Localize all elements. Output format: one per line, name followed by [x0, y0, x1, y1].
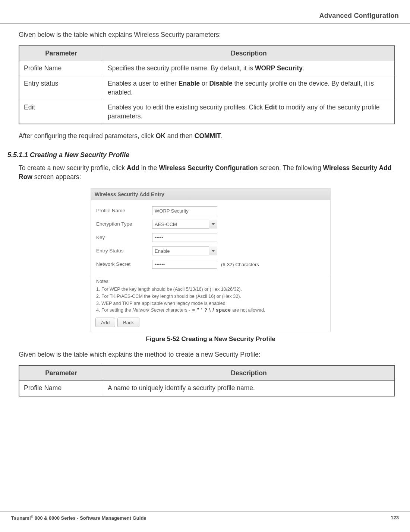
- profile-name-label: Profile Name: [96, 207, 152, 214]
- note-line: 1. For WEP the key length should be (Asc…: [96, 286, 325, 293]
- table1-row2-param: Edit: [19, 100, 103, 124]
- page-header: Advanced Configuration: [0, 12, 410, 23]
- add-button[interactable]: Add: [95, 318, 115, 327]
- note-line: 3. WEP and TKIP are applicable when lega…: [96, 300, 325, 307]
- notes-label: Notes:: [96, 278, 325, 285]
- footer-left: Tsunami® 800 & 8000 Series - Software Ma…: [11, 515, 146, 521]
- intro-paragraph-2: Given below is the table which explains …: [19, 350, 403, 359]
- table2-row0-desc: A name to uniquely identify a security p…: [103, 381, 395, 396]
- table-row: Profile Name Specifies the security prof…: [19, 61, 395, 76]
- profile-name-input[interactable]: [152, 206, 217, 215]
- table1-row2-desc: Enables you to edit the existing securit…: [103, 100, 395, 124]
- panel-title: Wireless Security Add Entry: [91, 189, 330, 201]
- table-row: Entry status Enables a user to either En…: [19, 76, 395, 100]
- wireless-security-add-panel: Wireless Security Add Entry Profile Name…: [91, 188, 331, 332]
- network-secret-hint: (6-32) Characters: [221, 261, 259, 268]
- table2-header-param: Parameter: [19, 366, 103, 381]
- table1-row1-param: Entry status: [19, 76, 103, 100]
- table2-row0-param: Profile Name: [19, 381, 103, 396]
- network-secret-label: Network Secret: [96, 261, 152, 268]
- notes-block: Notes: 1. For WEP the key length should …: [91, 275, 330, 315]
- table2-header-desc: Description: [103, 366, 395, 381]
- parameters-table-1: Parameter Description Profile Name Speci…: [19, 45, 395, 125]
- table1-row1-desc: Enables a user to either Enable or Disab…: [103, 76, 395, 100]
- table1-header-desc: Description: [103, 46, 395, 61]
- page-number: 123: [391, 515, 399, 521]
- key-label: Key: [96, 234, 152, 241]
- table1-header-param: Parameter: [19, 46, 103, 61]
- back-button[interactable]: Back: [117, 318, 139, 327]
- encryption-type-label: Encryption Type: [96, 221, 152, 227]
- encryption-type-select[interactable]: [152, 220, 217, 229]
- key-input[interactable]: [152, 233, 217, 242]
- parameters-table-2: Parameter Description Profile Name A nam…: [19, 365, 395, 396]
- note-line: 4. For setting the Network Secret charac…: [96, 307, 325, 314]
- entry-status-select[interactable]: [152, 246, 217, 255]
- header-rule: [0, 23, 410, 24]
- post-table-paragraph: After configuring the required parameter…: [19, 132, 403, 141]
- figure-caption: Figure 5-52 Creating a New Security Prof…: [19, 335, 403, 344]
- table-row: Edit Enables you to edit the existing se…: [19, 100, 395, 124]
- table1-row0-param: Profile Name: [19, 61, 103, 76]
- page-footer: Tsunami® 800 & 8000 Series - Software Ma…: [0, 513, 410, 521]
- table-row: Profile Name A name to uniquely identify…: [19, 381, 395, 396]
- note-line: 2. For TKIP/AES-CCM the key length shoul…: [96, 293, 325, 300]
- table1-row0-desc: Specifies the security profile name. By …: [103, 61, 395, 76]
- section-heading: 5.5.1.1 Creating a New Security Profile: [7, 150, 403, 159]
- footer-rule: [0, 512, 410, 512]
- intro-paragraph-1: Given below is the table which explains …: [19, 31, 403, 39]
- section-paragraph: To create a new security profile, click …: [19, 164, 403, 181]
- entry-status-label: Entry Status: [96, 248, 152, 254]
- network-secret-input[interactable]: [152, 260, 217, 269]
